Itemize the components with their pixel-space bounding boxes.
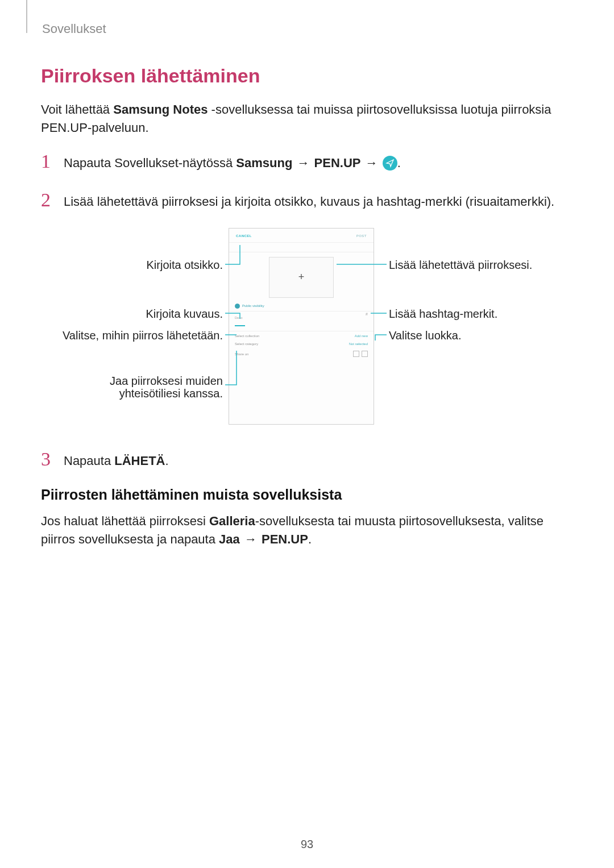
arrow-icon: →	[360, 156, 382, 170]
steps-list-cont: 3 Napauta LÄHETÄ.	[41, 448, 573, 470]
sub-pre: Jos haluat lähettää piirroksesi	[41, 514, 209, 528]
page-number: 93	[0, 838, 614, 851]
header-rule	[26, 0, 27, 33]
step-text: Napauta LÄHETÄ.	[64, 448, 169, 470]
step-2: 2 Lisää lähetettävä piirroksesi ja kirjo…	[41, 189, 573, 211]
sub-post: .	[308, 532, 312, 546]
sub-b2: Jaa	[219, 532, 240, 546]
sub-b3: PEN.UP	[262, 532, 308, 546]
intro-bold: Samsung Notes	[113, 102, 208, 117]
step-1: 1 Napauta Sovellukset-näytössä Samsung →…	[41, 151, 573, 172]
sub-b1: Galleria	[209, 514, 255, 528]
s3-post: .	[165, 454, 169, 468]
step-number: 2	[41, 189, 64, 210]
s1-b1: Samsung	[236, 156, 292, 170]
connector-lines	[41, 228, 564, 433]
page: Sovellukset Piirroksen lähettäminen Voit…	[0, 0, 614, 868]
intro-pre: Voit lähettää	[41, 102, 113, 117]
penup-send-icon	[383, 156, 397, 171]
s3-bold: LÄHETÄ	[114, 454, 165, 468]
section-name: Sovellukset	[42, 22, 573, 36]
steps-list: 1 Napauta Sovellukset-näytössä Samsung →…	[41, 151, 573, 211]
figure: CANCEL POST + Public visibility Desc # S…	[41, 228, 564, 433]
step-3: 3 Napauta LÄHETÄ.	[41, 448, 573, 470]
intro-paragraph: Voit lähettää Samsung Notes -sovellukses…	[41, 101, 573, 137]
step-text: Napauta Sovellukset-näytössä Samsung → P…	[64, 151, 401, 172]
step-number: 1	[41, 151, 64, 172]
arrow-icon: →	[292, 156, 314, 170]
s1-dot: .	[397, 156, 401, 170]
s3-pre: Napauta	[64, 454, 114, 468]
page-title: Piirroksen lähettäminen	[41, 65, 573, 87]
step-text: Lisää lähetettävä piirroksesi ja kirjoit…	[64, 189, 554, 211]
step-number: 3	[41, 448, 64, 470]
arrow-icon: →	[240, 532, 262, 546]
s1-b2: PEN.UP	[314, 156, 361, 170]
subheading: Piirrosten lähettäminen muista sovelluks…	[41, 487, 573, 503]
sub-paragraph: Jos haluat lähettää piirroksesi Galleria…	[41, 512, 573, 549]
s1-pre: Napauta Sovellukset-näytössä	[64, 156, 236, 170]
